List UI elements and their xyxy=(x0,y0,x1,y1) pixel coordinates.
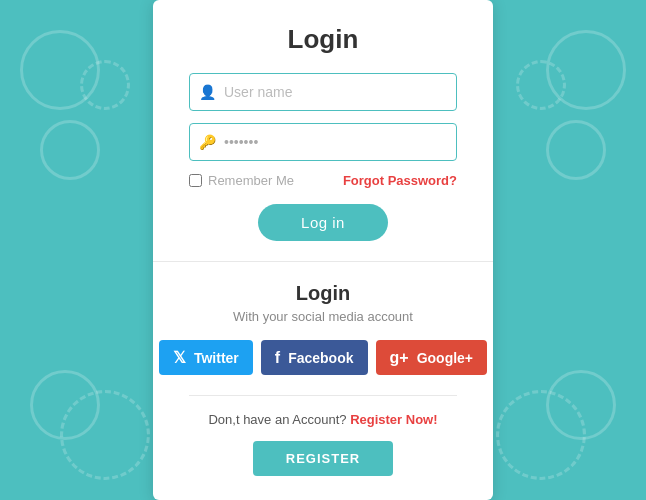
bg-decoration-6 xyxy=(516,60,566,110)
forgot-password-link[interactable]: Forgot Password? xyxy=(343,173,457,188)
social-login-subtitle: With your social media account xyxy=(189,309,457,324)
no-account-text: Don,t have an Account? Register Now! xyxy=(189,412,457,427)
login-button[interactable]: Log in xyxy=(258,204,388,241)
bg-decoration-2 xyxy=(40,120,100,180)
register-button[interactable]: REGISTER xyxy=(253,441,393,476)
username-wrapper: 👤 xyxy=(189,73,457,111)
register-now-link[interactable]: Register Now! xyxy=(350,412,437,427)
social-login-section: Login With your social media account 𝕏 T… xyxy=(153,262,493,500)
facebook-icon: f xyxy=(275,349,280,367)
password-wrapper: 🔑 xyxy=(189,123,457,161)
key-icon: 🔑 xyxy=(199,134,216,150)
google-login-button[interactable]: g+ Google+ xyxy=(376,340,488,375)
username-input[interactable] xyxy=(189,73,457,111)
bg-decoration-10 xyxy=(496,390,586,480)
section-divider xyxy=(189,395,457,396)
social-buttons-row: 𝕏 Twitter f Facebook g+ Google+ xyxy=(189,340,457,375)
bg-decoration-8 xyxy=(60,390,150,480)
bg-decoration-1 xyxy=(20,30,100,110)
remember-me-label[interactable]: Remember Me xyxy=(189,173,294,188)
user-icon: 👤 xyxy=(199,84,216,100)
facebook-login-button[interactable]: f Facebook xyxy=(261,340,368,375)
bg-decoration-3 xyxy=(80,60,130,110)
social-login-title: Login xyxy=(189,282,457,305)
google-icon: g+ xyxy=(390,349,409,367)
bg-decoration-7 xyxy=(30,370,100,440)
twitter-icon: 𝕏 xyxy=(173,348,186,367)
password-input[interactable] xyxy=(189,123,457,161)
bg-decoration-5 xyxy=(546,120,606,180)
bg-decoration-9 xyxy=(546,370,616,440)
twitter-login-button[interactable]: 𝕏 Twitter xyxy=(159,340,253,375)
login-form-section: Login 👤 🔑 Remember Me Forgot Password? L… xyxy=(153,0,493,262)
login-card: Login 👤 🔑 Remember Me Forgot Password? L… xyxy=(153,0,493,500)
options-row: Remember Me Forgot Password? xyxy=(189,173,457,188)
login-title: Login xyxy=(189,24,457,55)
remember-me-checkbox[interactable] xyxy=(189,174,202,187)
bg-decoration-4 xyxy=(546,30,626,110)
